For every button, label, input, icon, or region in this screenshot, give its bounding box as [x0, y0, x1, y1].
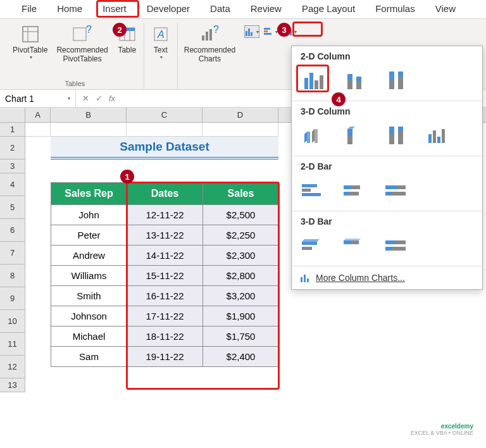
cell[interactable]: $2,300 [203, 246, 279, 266]
tab-home[interactable]: Home [47, 0, 92, 18]
3d-clustered-column-option[interactable] [301, 124, 328, 146]
cell[interactable]: 15-11-22 [127, 266, 203, 286]
cell[interactable]: 16-11-22 [127, 286, 203, 306]
svg-rect-52 [351, 185, 360, 189]
header-dates[interactable]: Dates [127, 183, 203, 205]
tab-review[interactable]: Review [240, 0, 292, 18]
clustered-column-option[interactable] [301, 69, 328, 90]
cell[interactable]: Smith [51, 286, 127, 306]
row-header[interactable]: 11 [0, 333, 25, 356]
svg-rect-41 [389, 134, 394, 144]
svg-rect-62 [351, 240, 359, 244]
cell[interactable]: Sam [51, 347, 127, 367]
row-header[interactable]: 12 [0, 356, 25, 378]
tab-file[interactable]: File [11, 0, 47, 18]
svg-rect-55 [385, 185, 397, 189]
col-header-b[interactable]: B [51, 108, 127, 122]
pivottable-button[interactable]: PivotTable▾ [9, 23, 51, 65]
100-stacked-bar-option[interactable] [384, 179, 412, 201]
3d-100-stacked-column-option[interactable] [384, 124, 412, 146]
row-header[interactable]: 9 [0, 287, 25, 310]
chevron-down-icon: ▾ [294, 29, 297, 35]
cell[interactable]: $2,250 [203, 225, 279, 246]
row-header[interactable]: 3 [0, 159, 25, 173]
tab-developer[interactable]: Developer [137, 0, 200, 18]
svg-rect-69 [307, 278, 309, 282]
col-header-d[interactable]: D [202, 108, 278, 122]
cell[interactable]: $2,500 [203, 205, 279, 225]
cell[interactable]: $2,800 [203, 266, 279, 286]
cell[interactable]: 14-11-22 [127, 246, 203, 266]
cell[interactable]: $1,900 [203, 306, 279, 327]
tab-data[interactable]: Data [200, 0, 240, 18]
header-sales[interactable]: Sales [203, 183, 279, 205]
cell[interactable]: Johnson [51, 306, 127, 327]
svg-rect-51 [344, 185, 351, 189]
insert-bar-chart-button[interactable]: ▾ [263, 25, 278, 38]
row-header[interactable]: 8 [0, 264, 25, 287]
3d-stacked-bar-option[interactable] [342, 234, 370, 256]
stacked-bar-option[interactable] [342, 179, 370, 201]
select-all-corner[interactable] [0, 108, 25, 122]
svg-rect-38 [347, 129, 352, 135]
tab-formulas[interactable]: Formulas [365, 0, 425, 18]
clustered-bar-option[interactable] [301, 179, 328, 201]
cell[interactable]: Andrew [51, 246, 127, 266]
row-header[interactable]: 5 [0, 196, 25, 219]
cell[interactable]: Michael [51, 327, 127, 347]
cell[interactable]: $1,750 [203, 327, 279, 347]
3d-column-option[interactable] [426, 124, 454, 146]
col-header-a[interactable]: A [25, 108, 51, 122]
svg-rect-68 [304, 275, 306, 282]
svg-rect-59 [302, 242, 317, 245]
text-button[interactable]: A Text▾ [147, 23, 175, 62]
chevron-down-icon: ▾ [68, 96, 70, 101]
svg-rect-20 [264, 33, 271, 35]
cell[interactable]: John [51, 205, 127, 225]
svg-rect-61 [344, 240, 351, 244]
recommended-pivottables-button[interactable]: ? Recommended PivotTables [53, 23, 111, 65]
3d-stacked-column-option[interactable] [342, 124, 370, 146]
svg-text:A: A [157, 29, 165, 40]
enter-formula-icon[interactable]: ✓ [96, 94, 103, 103]
cell[interactable]: $3,200 [203, 286, 279, 306]
row-header[interactable]: 7 [0, 242, 25, 264]
row-header[interactable]: 6 [0, 219, 25, 242]
cancel-formula-icon[interactable]: ✕ [82, 94, 89, 103]
svg-rect-50 [302, 193, 321, 196]
cell[interactable]: Peter [51, 225, 127, 246]
svg-rect-37 [315, 129, 318, 143]
cell[interactable]: $2,400 [203, 347, 279, 367]
tab-insert[interactable]: Insert [92, 0, 137, 18]
header-sales-rep[interactable]: Sales Rep [51, 183, 127, 205]
row-header[interactable]: 2 [0, 137, 25, 159]
svg-rect-63 [385, 240, 396, 244]
cell[interactable]: 13-11-22 [127, 225, 203, 246]
col-header-c[interactable]: C [127, 108, 202, 122]
tab-page-layout[interactable]: Page Layout [292, 0, 365, 18]
svg-rect-30 [356, 77, 361, 82]
svg-rect-34 [398, 72, 403, 77]
svg-rect-13 [209, 29, 212, 40]
row-header[interactable]: 13 [0, 378, 25, 392]
cell[interactable]: 12-11-22 [127, 205, 203, 225]
row-header[interactable]: 4 [0, 173, 25, 196]
100-stacked-column-option[interactable] [384, 69, 412, 90]
row-header[interactable]: 10 [0, 310, 25, 333]
3d-clustered-bar-option[interactable] [301, 234, 328, 256]
cell[interactable]: Williams [51, 266, 127, 286]
cell[interactable]: 17-11-22 [127, 306, 203, 327]
stacked-column-option[interactable] [342, 69, 370, 90]
recommended-charts-button[interactable]: ? Recommended Charts [180, 23, 239, 65]
more-column-charts-link[interactable]: More Column Charts... [292, 266, 482, 289]
cell[interactable]: 19-11-22 [127, 347, 203, 367]
tab-view[interactable]: View [425, 0, 461, 18]
row-header[interactable]: 1 [0, 123, 25, 137]
cell[interactable]: 18-11-22 [127, 327, 203, 347]
3d-100-stacked-bar-option[interactable] [384, 234, 412, 256]
name-box[interactable]: Chart 1▾ [0, 90, 76, 107]
svg-rect-33 [389, 80, 394, 89]
fx-icon[interactable]: fx [109, 94, 115, 103]
insert-column-chart-button[interactable]: ▾ [244, 25, 259, 38]
svg-rect-53 [344, 192, 349, 196]
